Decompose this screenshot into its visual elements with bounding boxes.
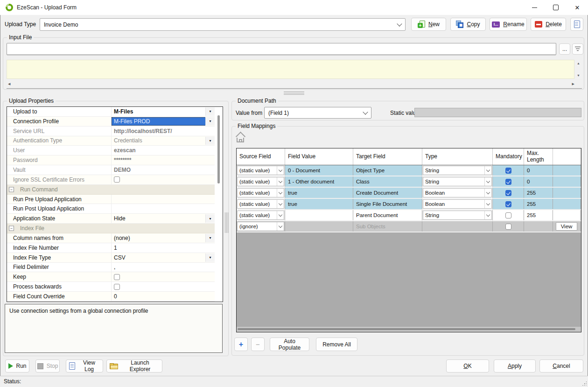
source-field-combobox[interactable]: (static value) [237,211,284,220]
launch-explorer-button[interactable]: Launch Explorer [106,359,162,373]
type-combobox[interactable]: String [423,211,492,220]
auto-populate-button[interactable]: Auto Populate [270,338,309,351]
delete-button[interactable]: Delete [531,18,566,31]
scrollbar-thumb[interactable] [238,328,575,330]
collapse-minus-icon[interactable]: − [9,187,14,192]
property-value-cell[interactable] [112,282,215,291]
preview-horizontal-scrollbar[interactable]: ◀ ▶ [7,80,582,88]
cancel-button[interactable]: Cancel [539,359,583,373]
property-value-cell[interactable]: Hide▾ [112,214,215,223]
property-value-cell[interactable]: , [112,263,215,272]
add-mapping-button[interactable]: + [234,338,248,351]
property-row[interactable]: Process backwards [7,282,215,292]
field-value-cell[interactable] [285,221,353,232]
property-value-cell[interactable]: http://localhost/REST/ [112,127,215,136]
property-value-cell[interactable]: M-Files▾ [112,107,215,116]
upload-type-combobox[interactable]: Invoice Demo [40,18,406,31]
source-field-combobox[interactable]: (static value) [237,166,284,175]
property-value-cell[interactable]: M-Files PROD▾ [112,117,215,126]
input-file-path-field[interactable] [7,43,556,55]
mandatory-checkbox-checked[interactable] [505,201,511,207]
filter-button[interactable] [572,43,583,55]
property-row[interactable]: Index File Number1 [7,243,215,253]
dropdown-button[interactable]: ▾ [205,117,215,126]
property-value-cell[interactable] [112,272,215,281]
type-combobox[interactable]: String [423,166,492,175]
property-row[interactable]: Upload toM-Files▾ [7,107,215,117]
property-group-row[interactable]: −Run Command [7,185,215,195]
type-combobox[interactable]: Boolean [423,188,492,197]
document-properties-button[interactable] [570,18,583,31]
maximize-button[interactable] [545,0,567,15]
rename-button[interactable]: I... Rename [490,18,527,31]
scroll-up-icon[interactable]: ▲ [577,62,580,65]
title-bar[interactable]: EzeScan - Upload Form ✕ [0,0,588,15]
property-grid-scrollbar[interactable] [215,107,223,302]
property-row[interactable]: Service URLhttp://localhost/REST/ [7,127,215,136]
property-row[interactable]: Column names from(none)▾ [7,233,215,243]
mandatory-checkbox-checked[interactable] [505,190,511,196]
preview-vertical-scrollbar[interactable]: ▲ ▼ [575,60,582,79]
resize-grip[interactable] [582,381,587,386]
property-row[interactable]: Index File TypeCSV▾ [7,253,215,263]
property-row[interactable]: Password******** [7,155,215,165]
field-value-cell[interactable]: 0 - Document [285,165,353,176]
scroll-right-icon[interactable]: ▶ [572,82,574,85]
property-row[interactable]: Run Pre Upload Application [7,195,215,204]
property-row[interactable]: Userezescan [7,146,215,155]
apply-button[interactable]: Apply [494,359,536,373]
property-value-cell[interactable]: 1 [112,243,215,253]
property-value-cell[interactable]: (none)▾ [112,233,215,243]
property-value-cell[interactable]: Credentials▾ [112,136,215,146]
source-field-combobox[interactable]: (static value) [237,199,284,209]
property-row[interactable]: VaultDEMO [7,165,215,175]
table-horizontal-scrollbar[interactable] [237,327,581,332]
stop-button[interactable]: Stop [35,359,60,373]
property-row[interactable]: Authentication TypeCredentials▾ [7,136,215,146]
field-value-cell[interactable]: 1 - Other document [285,176,353,187]
value-from-combobox[interactable]: (Field 1) [264,107,371,119]
target-field-cell[interactable]: Single File Document [353,199,422,209]
type-combobox[interactable]: String [423,177,492,186]
property-value-cell[interactable]: ezescan [112,146,215,155]
property-row[interactable]: Run Post Upload Application [7,204,215,214]
max-length-cell[interactable]: 0 [524,165,553,176]
mandatory-checkbox-unchecked[interactable] [505,224,511,230]
remove-mapping-button[interactable]: − [251,338,265,351]
remove-all-button[interactable]: Remove All [316,338,357,351]
type-combobox[interactable]: Boolean [423,199,492,209]
view-button[interactable]: View [556,222,577,231]
minimize-button[interactable] [524,0,545,15]
scroll-left-icon[interactable]: ◀ [8,82,10,85]
max-length-cell[interactable]: 255 [524,210,553,220]
target-field-cell[interactable]: Parent Document [353,210,422,220]
dropdown-button[interactable]: ▾ [205,107,215,116]
dropdown-button[interactable]: ▾ [205,253,215,262]
browse-button[interactable]: ... [559,43,570,55]
property-group-row[interactable]: −Index File [7,224,215,233]
checkbox-unchecked[interactable] [114,176,120,183]
property-row[interactable]: Keep [7,272,215,282]
property-value-cell[interactable]: ******** [112,155,215,165]
close-button[interactable]: ✕ [567,0,588,15]
copy-button[interactable]: ▦ Copy [450,18,486,31]
horizontal-splitter-handle[interactable] [284,91,304,96]
mandatory-checkbox-checked[interactable] [505,179,511,185]
source-field-combobox[interactable]: (static value) [237,177,284,186]
property-row[interactable]: Application StateHide▾ [7,214,215,224]
property-row[interactable]: Field Count Override0 [7,292,215,302]
property-value-cell[interactable] [112,175,215,184]
property-value-cell[interactable] [112,195,215,204]
scroll-down-icon[interactable]: ▼ [577,74,580,77]
run-button[interactable]: Run [5,359,29,373]
source-field-combobox[interactable]: (ignore) [237,222,284,231]
property-row[interactable]: Connection ProfileM-Files PROD▾ [7,117,215,127]
source-field-combobox[interactable]: (static value) [237,188,284,197]
property-value-cell[interactable]: 0 [112,292,215,301]
selected-property-value[interactable]: M-Files PROD [112,117,206,126]
view-log-button[interactable]: View Log [66,359,103,373]
property-row[interactable]: Ignore SSL Certificate Errors [7,175,215,185]
max-length-cell[interactable]: 0 [524,176,553,187]
property-row[interactable]: Field Delimiter, [7,263,215,273]
home-icon[interactable] [235,133,245,142]
